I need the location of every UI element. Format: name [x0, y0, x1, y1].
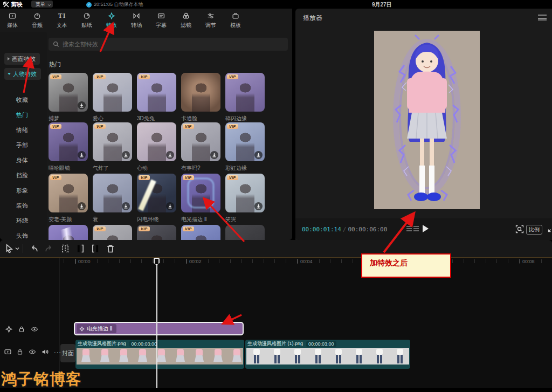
effect-name: 3D兔兔: [137, 115, 176, 122]
tab-effects[interactable]: 特效: [99, 9, 124, 32]
effect-item[interactable]: VIP 气炸了: [93, 122, 132, 172]
menu-button[interactable]: 菜单: [31, 1, 53, 8]
preview-zoom-icon[interactable]: [515, 225, 524, 236]
effect-item[interactable]: VIP: [137, 225, 176, 240]
playhead-handle[interactable]: [154, 258, 160, 265]
eye-icon[interactable]: [29, 348, 36, 355]
title-bar: 剪映 菜单 ✓ 20:51:05 自动保存本地 9月27日: [0, 0, 552, 9]
redo-button[interactable]: [44, 244, 54, 253]
sidebar-item-hot[interactable]: 热门: [16, 111, 28, 122]
sidebar-item-favorites[interactable]: 收藏: [16, 96, 28, 107]
effect-item[interactable]: 心动: [137, 122, 176, 172]
ruler-label: 00:04: [298, 259, 313, 264]
chevron-right-icon: [8, 57, 10, 60]
effect-item[interactable]: [225, 225, 265, 240]
search-bar[interactable]: [49, 38, 288, 51]
current-time: 00:00:01:14: [302, 226, 341, 233]
effect-item[interactable]: VIP: [181, 225, 220, 240]
delete-right-icon[interactable]: [91, 244, 100, 253]
effect-item[interactable]: VIP 爱心: [93, 73, 132, 122]
sidebar-item-image[interactable]: 形象: [16, 187, 28, 197]
effect-item[interactable]: VIP 笑哭: [225, 174, 265, 223]
vip-badge: VIP: [183, 175, 194, 180]
split-icon[interactable]: [60, 244, 70, 253]
effect-thumbnail: [49, 225, 88, 240]
effect-clip-electric-outline[interactable]: 电光描边 Ⅱ: [74, 322, 244, 335]
clip-filmstrip: [77, 348, 243, 365]
effect-item[interactable]: VIP 捕梦: [49, 73, 88, 122]
vip-badge: VIP: [227, 175, 238, 180]
effect-item[interactable]: VIP 变老-美颜: [49, 174, 88, 223]
sidebar-item-face-cover[interactable]: 挡脸: [16, 171, 28, 182]
vip-badge: VIP: [183, 226, 194, 231]
eye-icon[interactable]: [31, 326, 38, 333]
sidebar-group-screen-effects[interactable]: 画面特效: [4, 53, 40, 65]
video-preview[interactable]: [374, 31, 480, 209]
vip-badge: VIP: [94, 74, 106, 79]
sidebar-item-surround[interactable]: 环绕: [16, 217, 28, 228]
effect-track-header: [0, 326, 38, 333]
effect-item[interactable]: VIP 嘻哈眼镜: [49, 122, 88, 172]
effect-item[interactable]: VIP 有事吗?: [181, 122, 220, 172]
player-menu-icon[interactable]: [538, 15, 547, 20]
tab-templates[interactable]: 模板: [223, 9, 248, 32]
section-title: 热门: [49, 60, 61, 68]
tab-media[interactable]: 媒体: [0, 9, 25, 32]
fullscreen-icon[interactable]: [548, 225, 552, 235]
effect-item-electric-outline[interactable]: VIP 电光描边 Ⅱ: [181, 174, 220, 223]
sidebar-item-headwear[interactable]: 头饰: [16, 232, 28, 240]
download-icon: [78, 101, 86, 109]
sidebar-group-character-effects[interactable]: 人物特效: [4, 68, 41, 80]
adjust-icon: [207, 12, 215, 20]
effect-name: 衰: [93, 216, 132, 223]
app-logo-icon: [3, 2, 9, 8]
tab-audio[interactable]: 音频: [25, 9, 50, 32]
sidebar-item-emotion[interactable]: 情绪: [16, 126, 28, 137]
lock-icon[interactable]: [18, 326, 25, 333]
effect-item[interactable]: VIP 彩虹边缘: [225, 122, 265, 172]
timeline: 00:00 00:02 00:04 00:08 ··· 封面 电光描边 Ⅱ: [0, 257, 552, 392]
delete-icon[interactable]: [106, 244, 115, 253]
preview-quality-icon[interactable]: [406, 226, 419, 232]
sidebar-item-decoration[interactable]: 装饰: [16, 202, 28, 212]
autosave-status: ✓ 20:51:05 自动保存本地: [86, 1, 143, 8]
effect-item[interactable]: VIP 碎闪边缘: [225, 73, 265, 122]
tab-sticker[interactable]: 贴纸: [74, 9, 99, 32]
toolbar-divider: [23, 244, 23, 253]
effect-item[interactable]: 衰: [93, 174, 132, 223]
annotation-callout-text: 加特效之后: [370, 258, 408, 267]
cover-button[interactable]: 封面: [60, 344, 75, 362]
tab-captions[interactable]: 字幕: [149, 9, 174, 32]
chevron-down-icon: [48, 3, 51, 6]
tab-adjust[interactable]: 调节: [198, 9, 223, 32]
effect-thumbnail: VIP: [93, 225, 132, 240]
effect-item[interactable]: VIP: [93, 225, 132, 240]
effect-name: 嘻哈眼镜: [49, 164, 88, 172]
speaker-icon[interactable]: [42, 348, 49, 355]
player-controls: 00:00:01:14/00:00:06:00 比例: [295, 218, 552, 240]
sidebar-item-hands[interactable]: 手部: [16, 141, 28, 152]
ratio-button[interactable]: 比例: [526, 225, 542, 235]
undo-button[interactable]: [29, 244, 39, 253]
effect-item[interactable]: VIP 3D兔兔: [137, 73, 176, 122]
play-button[interactable]: [423, 225, 429, 232]
tab-filters[interactable]: 滤镜: [174, 9, 198, 32]
download-icon: [78, 151, 86, 159]
effect-item[interactable]: 卡通脸: [181, 73, 220, 122]
delete-left-icon[interactable]: [75, 244, 85, 253]
chevron-down-icon: [8, 73, 11, 75]
effect-item[interactable]: [49, 225, 88, 240]
select-tool-chevron-icon[interactable]: [15, 247, 19, 250]
playhead-line[interactable]: [156, 258, 157, 389]
tab-text[interactable]: TI 文本: [50, 9, 74, 32]
sidebar-item-body[interactable]: 身体: [16, 156, 28, 167]
timeline-toolbar: [0, 240, 552, 257]
video-clip-2[interactable]: 生成动漫风格图片 (1).png 00:00:03:00: [245, 340, 410, 369]
effect-item[interactable]: VIP 闪电环绕: [137, 174, 176, 223]
search-input[interactable]: [63, 41, 284, 47]
select-tool-button[interactable]: [4, 244, 14, 253]
tab-transition[interactable]: 转场: [124, 9, 149, 32]
video-clip-1[interactable]: 生成动漫风格图片.png 00:00:03:00: [75, 340, 244, 369]
effect-name: 变老-美颜: [49, 216, 88, 223]
lock-icon[interactable]: [17, 348, 23, 355]
